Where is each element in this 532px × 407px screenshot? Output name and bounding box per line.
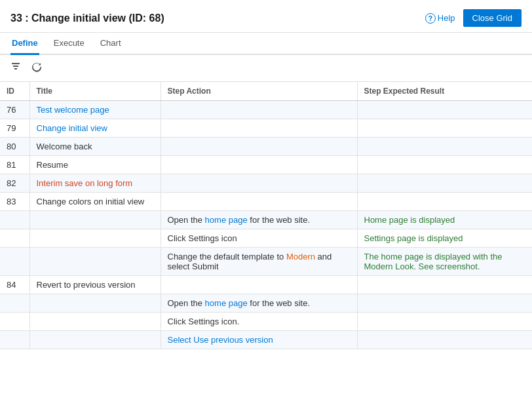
table-row: Open the home page for the web site.Home…	[0, 211, 532, 229]
cell-title: Resume	[29, 156, 161, 174]
cell-step-action: Open the home page for the web site.	[161, 294, 357, 313]
refresh-icon	[31, 62, 42, 75]
cell-id	[0, 211, 29, 229]
cell-step-expected	[357, 313, 532, 331]
cell-step-expected	[357, 331, 532, 349]
header: 33 : Change initial view (ID: 68) ? Help…	[0, 0, 532, 33]
filter-button[interactable]	[8, 60, 24, 76]
cell-title: Welcome back	[29, 138, 161, 156]
cell-id	[0, 313, 29, 331]
table-row: 80Welcome back	[0, 138, 532, 156]
col-header-id: ID	[0, 82, 29, 101]
cell-id: 79	[0, 119, 29, 138]
table-row: 82Interim save on long form	[0, 174, 532, 193]
svg-rect-2	[14, 68, 17, 69]
cell-title: Change colors on initial view	[29, 193, 161, 211]
cell-title: Interim save on long form	[29, 174, 161, 193]
cell-step-expected: The home page is displayed with the Mode…	[357, 248, 532, 276]
col-header-title: Title	[29, 82, 161, 101]
cell-step-expected: Home page is displayed	[357, 211, 532, 229]
cell-step-expected	[357, 276, 532, 294]
refresh-button[interactable]	[29, 60, 45, 76]
table-header-row: ID Title Step Action Step Expected Resul…	[0, 82, 532, 101]
cell-title	[29, 313, 161, 331]
cell-id: 82	[0, 174, 29, 193]
cell-step-action	[161, 156, 357, 174]
cell-title	[29, 331, 161, 349]
help-icon: ?	[425, 13, 436, 24]
cell-id	[0, 229, 29, 248]
cell-title	[29, 294, 161, 313]
table-row: Select Use previous version	[0, 331, 532, 349]
cell-step-expected: Settings page is displayed	[357, 229, 532, 248]
help-link[interactable]: ? Help	[425, 13, 455, 24]
table-container: ID Title Step Action Step Expected Resul…	[0, 82, 532, 407]
table-row: Click Settings iconSettings page is disp…	[0, 229, 532, 248]
table-row: 83Change colors on initial view	[0, 193, 532, 211]
close-grid-button[interactable]: Close Grid	[463, 9, 522, 27]
cell-id	[0, 331, 29, 349]
cell-step-action	[161, 193, 357, 211]
tab-chart[interactable]: Chart	[99, 33, 123, 55]
tabs: Define Execute Chart	[0, 33, 532, 55]
cell-step-action: Click Settings icon.	[161, 313, 357, 331]
cell-id	[0, 294, 29, 313]
cell-step-expected	[357, 101, 532, 119]
cell-step-action	[161, 119, 357, 138]
cell-step-action	[161, 174, 357, 193]
col-header-step-action: Step Action	[161, 82, 357, 101]
cell-step-expected	[357, 193, 532, 211]
cell-step-expected	[357, 138, 532, 156]
table-row: Open the home page for the web site.	[0, 294, 532, 313]
cell-id: 84	[0, 276, 29, 294]
cell-step-expected	[357, 174, 532, 193]
cell-step-action: Open the home page for the web site.	[161, 211, 357, 229]
cell-title: Change initial view	[29, 119, 161, 138]
table-row: 81Resume	[0, 156, 532, 174]
cell-title: Revert to previous version	[29, 276, 161, 294]
tab-execute[interactable]: Execute	[52, 33, 86, 55]
cell-id	[0, 248, 29, 276]
cell-step-expected	[357, 156, 532, 174]
page-title: 33 : Change initial view (ID: 68)	[10, 12, 164, 24]
cell-step-action: Click Settings icon	[161, 229, 357, 248]
cell-step-action	[161, 138, 357, 156]
toolbar	[0, 55, 532, 82]
table-row: 84Revert to previous version	[0, 276, 532, 294]
table-row: Change the default template to Modern an…	[0, 248, 532, 276]
svg-rect-1	[13, 66, 18, 67]
cell-title	[29, 248, 161, 276]
table-row: 76Test welcome page	[0, 101, 532, 119]
table-row: Click Settings icon.	[0, 313, 532, 331]
cell-title: Test welcome page	[29, 101, 161, 119]
cell-title	[29, 229, 161, 248]
cell-id: 83	[0, 193, 29, 211]
cell-id: 81	[0, 156, 29, 174]
tab-define[interactable]: Define	[10, 33, 39, 55]
cell-id: 80	[0, 138, 29, 156]
cell-step-action	[161, 276, 357, 294]
cell-step-action: Change the default template to Modern an…	[161, 248, 357, 276]
filter-icon	[10, 62, 21, 75]
cell-step-expected	[357, 294, 532, 313]
table-row: 79Change initial view	[0, 119, 532, 138]
cell-id: 76	[0, 101, 29, 119]
col-header-step-expected: Step Expected Result	[357, 82, 532, 101]
cell-step-action	[161, 101, 357, 119]
cell-title	[29, 211, 161, 229]
cell-step-action: Select Use previous version	[161, 331, 357, 349]
svg-rect-0	[12, 63, 20, 64]
cell-step-expected	[357, 119, 532, 138]
help-label: Help	[438, 13, 455, 23]
